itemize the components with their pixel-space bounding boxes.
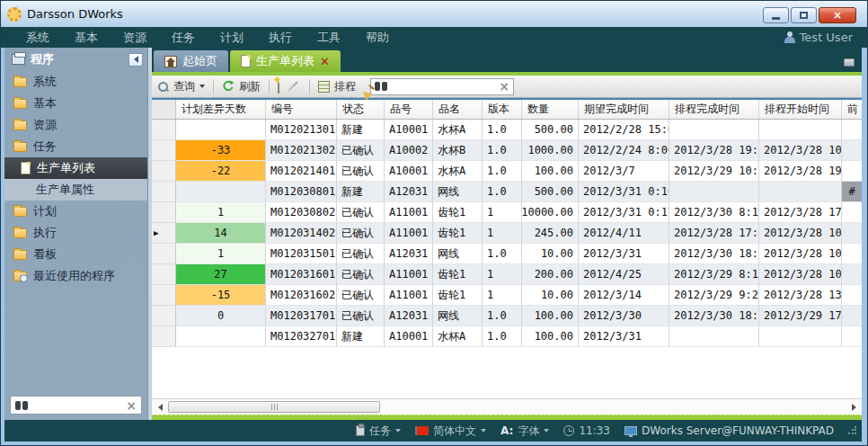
cell-sched_finish[interactable]: 2012/3/28 19:10 xyxy=(669,140,759,161)
cell-status[interactable]: 已确认 xyxy=(337,285,385,306)
toolbar-search-input[interactable] xyxy=(391,80,495,93)
cell-version[interactable]: 1.0 xyxy=(483,306,522,326)
sidebar-search-box[interactable]: × xyxy=(10,396,142,415)
cell-sched_start[interactable]: 2012/3/28 10:52 xyxy=(759,264,842,285)
cell-sched_start[interactable]: 2012/3/28 10:52 xyxy=(759,223,842,244)
row-header[interactable] xyxy=(152,120,176,140)
cell-item_no[interactable]: A10001 xyxy=(385,326,433,347)
cell-qty[interactable]: 500.00 xyxy=(522,182,579,202)
row-header[interactable] xyxy=(152,306,176,326)
table-row[interactable]: -22M012021401已确认A10001水杯A1.0100.002012/3… xyxy=(152,161,862,182)
table-row[interactable]: M012032701新建A10001水杯A1.0100.002012/3/31 xyxy=(152,326,862,347)
cell-item_name[interactable]: 水杯A xyxy=(433,120,483,140)
cell-expected[interactable]: 2012/3/7 xyxy=(579,161,669,182)
menu-item-3[interactable]: 任务 xyxy=(159,30,208,46)
cell-expected[interactable]: 2012/4/25 xyxy=(579,264,669,285)
menu-item-2[interactable]: 资源 xyxy=(111,30,159,46)
row-header[interactable] xyxy=(152,285,176,306)
row-header[interactable] xyxy=(152,161,176,182)
column-header-4[interactable]: 品名 xyxy=(433,100,483,119)
cell-sched_finish[interactable]: 2012/3/30 8:15 xyxy=(669,202,759,223)
cell-diff[interactable] xyxy=(176,120,266,140)
cell-sched_start[interactable]: 2012/3/28 13:40 xyxy=(759,285,842,306)
status-language-menu[interactable]: 简体中文 xyxy=(411,424,491,439)
cell-expected[interactable]: 2012/3/31 xyxy=(579,326,669,347)
cell-item_name[interactable]: 网线 xyxy=(433,244,483,264)
table-row[interactable]: M012030801新建A12031网线1.0500.002012/3/31 0… xyxy=(152,182,862,202)
cell-item_no[interactable]: A11001 xyxy=(385,285,433,306)
cell-diff[interactable]: 1 xyxy=(176,244,266,264)
current-row-indicator[interactable]: ▶ xyxy=(152,223,176,244)
cell-item_no[interactable]: A10001 xyxy=(385,161,433,182)
sidebar-search-clear-icon[interactable]: × xyxy=(126,399,137,412)
cell-extra[interactable] xyxy=(842,140,862,161)
column-header-5[interactable]: 版本 xyxy=(483,100,522,119)
cell-diff[interactable]: -33 xyxy=(176,140,266,161)
toolbar-search-box[interactable]: × xyxy=(370,78,514,95)
cell-qty[interactable]: 1000.00 xyxy=(522,140,579,161)
cell-no[interactable]: M012032701 xyxy=(266,326,337,347)
cell-expected[interactable]: 2012/2/24 8:00 xyxy=(579,140,669,161)
cell-sched_start[interactable] xyxy=(759,120,842,140)
cell-sched_finish[interactable]: 2012/3/29 8:15 xyxy=(669,264,759,285)
row-header[interactable] xyxy=(152,244,176,264)
column-header-7[interactable]: 期望完成时间 xyxy=(579,100,669,119)
cell-sched_start[interactable]: 2012/3/28 10:52 xyxy=(759,244,842,264)
cell-item_no[interactable]: A11001 xyxy=(385,264,433,285)
cell-expected[interactable]: 2012/3/14 xyxy=(579,285,669,306)
cell-qty[interactable]: 200.00 xyxy=(522,264,579,285)
sidebar-item[interactable]: 任务 xyxy=(4,136,147,157)
cell-status[interactable]: 已确认 xyxy=(337,264,385,285)
cell-extra[interactable] xyxy=(842,264,862,285)
toolbar-search-clear-icon[interactable]: × xyxy=(499,80,509,93)
cell-item_no[interactable]: A12031 xyxy=(385,244,433,264)
sidebar-item[interactable]: 生产单列表 xyxy=(4,157,147,179)
column-header-1[interactable]: 编号 xyxy=(266,100,337,119)
cell-no[interactable]: M012031602 xyxy=(266,285,337,306)
tab-close-icon[interactable]: ✕ xyxy=(320,56,330,67)
cell-diff[interactable]: 14 xyxy=(176,223,266,244)
table-row[interactable]: 1M012030802已确认A11001齿轮1110000.002012/3/3… xyxy=(152,202,862,223)
cell-status[interactable]: 已确认 xyxy=(337,202,385,223)
sidebar-item[interactable]: 生产单属性 xyxy=(4,179,147,201)
cell-sched_finish[interactable]: 2012/3/28 17:13 xyxy=(669,223,759,244)
cell-no[interactable]: M012031402 xyxy=(266,223,337,244)
cell-item_no[interactable]: A12031 xyxy=(385,182,433,202)
cell-qty[interactable]: 10.00 xyxy=(522,285,579,306)
cell-qty[interactable]: 500.00 xyxy=(522,120,579,140)
table-row[interactable]: M012021301新建A10001水杯A1.0500.002012/2/28 … xyxy=(152,120,862,140)
cell-extra[interactable] xyxy=(842,161,862,182)
column-header-10[interactable]: 前 xyxy=(842,100,862,119)
cell-item_name[interactable]: 齿轮1 xyxy=(433,285,483,306)
close-button[interactable]: × xyxy=(819,7,856,23)
cell-diff[interactable] xyxy=(176,326,266,347)
row-header[interactable] xyxy=(152,140,176,161)
cell-item_name[interactable]: 网线 xyxy=(433,306,483,326)
sidebar-item[interactable]: 资源 xyxy=(4,114,147,136)
cell-version[interactable]: 1 xyxy=(483,285,522,306)
column-header-9[interactable]: 排程开始时间 xyxy=(759,100,842,119)
cell-no[interactable]: M012021302 xyxy=(266,140,337,161)
column-header-3[interactable]: 品号 xyxy=(385,100,433,119)
cell-diff[interactable]: 0 xyxy=(176,306,266,326)
cell-sched_start[interactable]: 2012/3/29 17:46 xyxy=(759,306,842,326)
cell-qty[interactable]: 10000.00 xyxy=(522,202,579,223)
cell-no[interactable]: M012031501 xyxy=(266,244,337,264)
cell-version[interactable]: 1 xyxy=(483,223,522,244)
cell-item_name[interactable]: 齿轮1 xyxy=(433,264,483,285)
column-header-8[interactable]: 排程完成时间 xyxy=(669,100,759,119)
cell-extra[interactable] xyxy=(842,326,862,347)
query-button[interactable]: 查询 xyxy=(157,79,205,94)
cell-sched_finish[interactable]: 2012/3/29 9:20 xyxy=(669,285,759,306)
table-row[interactable]: 0M012031701已确认A12031网线1.0100.002012/3/30… xyxy=(152,306,862,326)
cell-item_name[interactable]: 齿轮1 xyxy=(433,202,483,223)
menu-item-7[interactable]: 帮助 xyxy=(353,30,402,46)
cell-sched_finish[interactable]: 2012/3/29 10:20 xyxy=(669,161,759,182)
cell-sched_finish[interactable]: 2012/3/30 18:00 xyxy=(669,306,759,326)
sidebar-item[interactable]: 看板 xyxy=(4,244,147,265)
cell-status[interactable]: 已确认 xyxy=(337,223,385,244)
cell-item_name[interactable]: 水杯A xyxy=(433,326,483,347)
cell-diff[interactable]: 1 xyxy=(176,202,266,223)
cell-status[interactable]: 新建 xyxy=(337,120,385,140)
cell-status[interactable]: 已确认 xyxy=(337,306,385,326)
